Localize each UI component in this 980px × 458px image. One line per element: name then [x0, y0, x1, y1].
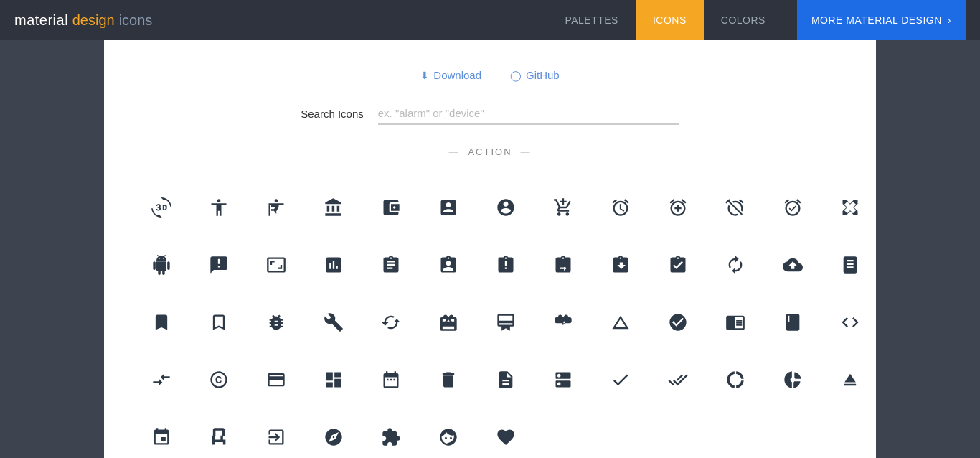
icon-build[interactable]: [305, 294, 362, 351]
logo-icons: icons: [119, 12, 153, 29]
icon-change-history[interactable]: [592, 294, 649, 351]
action-section-header: ACTION: [133, 146, 847, 157]
download-icon: ⬇: [420, 70, 429, 81]
main-content: ⬇ Download ◯ GitHub Search Icons ACTION: [104, 40, 876, 458]
nav-icons[interactable]: ICONS: [636, 0, 704, 40]
icon-code[interactable]: [821, 294, 879, 351]
icon-card-travel[interactable]: [534, 294, 592, 351]
icon-donut-large[interactable]: [707, 351, 764, 408]
icon-bookmark[interactable]: [133, 294, 190, 351]
icon-assignment-ind[interactable]: [420, 236, 477, 294]
icon-assignment-returned[interactable]: [592, 236, 649, 294]
icon-account-balance[interactable]: [305, 179, 362, 236]
icon-all-out[interactable]: [821, 179, 879, 236]
icon-book[interactable]: [821, 236, 879, 294]
icon-card-membership[interactable]: [477, 294, 534, 351]
icon-alarm-add[interactable]: [649, 179, 707, 236]
github-link[interactable]: ◯ GitHub: [510, 69, 560, 81]
icon-bug-report[interactable]: [248, 294, 305, 351]
icon-assignment-return[interactable]: [534, 236, 592, 294]
icon-extension[interactable]: [362, 408, 420, 458]
icon-grid: [133, 179, 847, 458]
icon-aspect-ratio[interactable]: [248, 236, 305, 294]
icon-alarm[interactable]: [592, 179, 649, 236]
icon-alarm-on[interactable]: [764, 179, 821, 236]
search-input[interactable]: [378, 103, 679, 125]
icon-check-circle[interactable]: [649, 294, 707, 351]
icon-3d-rotation[interactable]: [133, 179, 190, 236]
icon-accessibility[interactable]: [190, 179, 248, 236]
icon-date-range[interactable]: [362, 351, 420, 408]
icon-account-box[interactable]: [420, 179, 477, 236]
icon-eject[interactable]: [821, 351, 879, 408]
icon-chrome-reader-mode[interactable]: [707, 294, 764, 351]
icon-exit-to-app[interactable]: [248, 408, 305, 458]
icon-autorenew[interactable]: [707, 236, 764, 294]
icon-event-seat[interactable]: [190, 408, 248, 458]
icon-event[interactable]: [133, 408, 190, 458]
icon-alarm-off[interactable]: [707, 179, 764, 236]
icon-assignment[interactable]: [362, 236, 420, 294]
search-section: Search Icons: [133, 103, 847, 125]
github-icon: ◯: [510, 70, 522, 81]
icon-assignment-turned-in[interactable]: [649, 236, 707, 294]
chevron-right-icon: ›: [948, 14, 951, 26]
icon-account-balance-wallet[interactable]: [362, 179, 420, 236]
icon-announcement[interactable]: [190, 236, 248, 294]
nav-links: PALETTES ICONS COLORS MORE MATERIAL DESI…: [547, 0, 966, 40]
icon-delete[interactable]: [420, 351, 477, 408]
icon-explore[interactable]: [305, 408, 362, 458]
icon-dns[interactable]: [534, 351, 592, 408]
icon-add-shopping-cart[interactable]: [534, 179, 592, 236]
more-material-design-button[interactable]: MORE MATERIAL DESIGN ›: [797, 0, 966, 40]
icon-dashboard[interactable]: [305, 351, 362, 408]
icon-description[interactable]: [477, 351, 534, 408]
icon-face[interactable]: [420, 408, 477, 458]
top-links: ⬇ Download ◯ GitHub: [133, 55, 847, 103]
icon-card-giftcard[interactable]: [420, 294, 477, 351]
search-label: Search Icons: [301, 108, 364, 120]
nav-colors[interactable]: COLORS: [704, 0, 783, 40]
icon-done-all[interactable]: [649, 351, 707, 408]
icon-assignment-late[interactable]: [477, 236, 534, 294]
icon-assessment[interactable]: [305, 236, 362, 294]
nav-palettes[interactable]: PALETTES: [547, 0, 636, 40]
download-link[interactable]: ⬇ Download: [420, 69, 481, 81]
icon-donut-small[interactable]: [764, 351, 821, 408]
icon-cached[interactable]: [362, 294, 420, 351]
icon-account-circle[interactable]: [477, 179, 534, 236]
icon-android[interactable]: [133, 236, 190, 294]
icon-favorite[interactable]: [477, 408, 534, 458]
navbar: material design icons PALETTES ICONS COL…: [0, 0, 980, 40]
icon-class[interactable]: [764, 294, 821, 351]
icon-credit-card[interactable]: [248, 351, 305, 408]
icon-accessible[interactable]: [248, 179, 305, 236]
logo: material design icons: [14, 12, 152, 29]
logo-design: design: [72, 12, 115, 29]
icon-done[interactable]: [592, 351, 649, 408]
icon-bookmark-border[interactable]: [190, 294, 248, 351]
icon-backup[interactable]: [764, 236, 821, 294]
icon-copyright[interactable]: [190, 351, 248, 408]
logo-material: material: [14, 12, 68, 29]
icon-compare-arrows[interactable]: [133, 351, 190, 408]
